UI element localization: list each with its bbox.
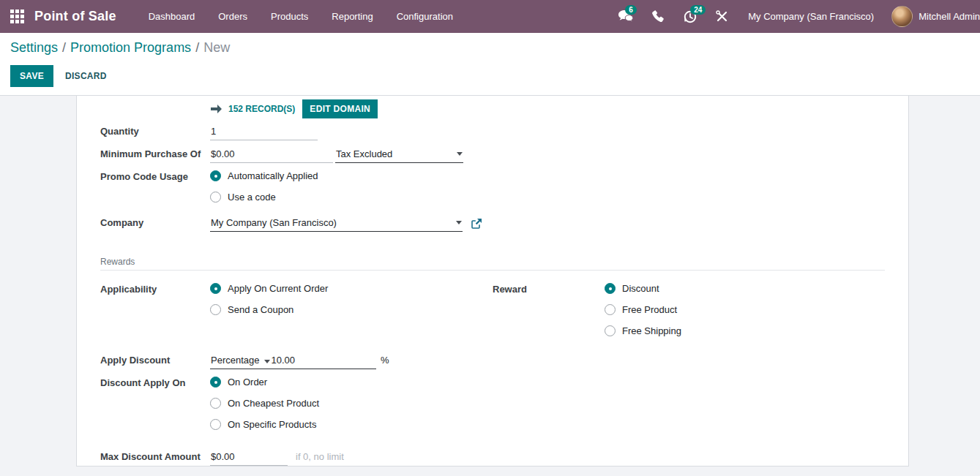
navbar-right: 6 24 My Company (San Francis (609, 0, 980, 33)
radio-on-specific-products[interactable]: On Specific Products (210, 418, 319, 431)
radio-free-product[interactable]: Free Product (605, 303, 681, 317)
phone-icon (652, 10, 665, 23)
applicability-reward-group: Applicability Apply On Current Order Sen… (100, 282, 885, 345)
radio-on-order[interactable]: On Order (210, 375, 319, 389)
apps-grid-icon (10, 10, 24, 23)
action-buttons: SAVE DISCARD (10, 65, 970, 87)
menu-dashboard[interactable]: Dashboard (137, 0, 207, 33)
quantity-label: Quantity (100, 124, 210, 137)
menu-reporting[interactable]: Reporting (320, 0, 384, 33)
radio-send-a-coupon[interactable]: Send a Coupon (210, 303, 328, 317)
max-discount-input[interactable]: $0.00 (210, 449, 288, 466)
activities-button[interactable]: 24 (674, 0, 706, 33)
radio-unchecked-icon[interactable] (605, 304, 616, 315)
max-discount-helper: if 0, no limit (296, 451, 344, 462)
promo-code-usage-radio-group: Automatically Applied Use a code (210, 169, 318, 211)
radio-automatically-applied[interactable]: Automatically Applied (210, 169, 318, 183)
apply-discount-label: Apply Discount (100, 352, 210, 366)
reward-radio-group: Discount Free Product Free Shipping (605, 282, 681, 345)
quantity-row: Quantity 1 (100, 124, 885, 140)
company-value: My Company (San Francisco) (211, 216, 337, 229)
max-discount-row: Max Discount Amount $0.00 if 0, no limit (100, 449, 885, 466)
breadcrumb-separator: / (62, 40, 66, 55)
radio-on-cheapest-product[interactable]: On Cheapest Product (210, 396, 319, 410)
phone-button[interactable] (643, 0, 674, 33)
radio-checked-icon[interactable] (210, 283, 221, 294)
app-title[interactable]: Point of Sale (34, 9, 116, 24)
records-count-label: 152 RECORD(S) (228, 104, 295, 114)
user-menu[interactable]: Mitchell Admin (887, 6, 980, 27)
section-divider (100, 270, 885, 271)
messages-button[interactable]: 6 (609, 0, 643, 33)
radio-unchecked-icon[interactable] (210, 419, 221, 430)
discount-apply-on-radio-group: On Order On Cheapest Product On Specific… (210, 375, 319, 439)
percent-suffix: % (381, 355, 389, 366)
reward-label: Reward (493, 282, 605, 295)
menu-orders[interactable]: Orders (206, 0, 259, 33)
top-navbar: Point of Sale Dashboard Orders Products … (0, 0, 980, 33)
applicability-radio-group: Apply On Current Order Send a Coupon (210, 282, 328, 324)
main-menu: Dashboard Orders Products Reporting Conf… (137, 0, 465, 33)
apply-discount-row: Apply Discount Percentage 10.00 % (100, 352, 885, 369)
tax-mode-select[interactable]: Tax Excluded (335, 146, 463, 163)
discount-apply-on-label: Discount Apply On (100, 375, 210, 388)
debug-tools-button[interactable] (706, 0, 738, 33)
apply-discount-input-group: Percentage 10.00 (210, 352, 376, 369)
max-discount-label: Max Discount Amount (100, 449, 210, 462)
discount-value-input[interactable]: 10.00 (272, 354, 296, 366)
user-avatar (891, 6, 913, 27)
records-count-link[interactable]: 152 RECORD(S) (211, 104, 295, 114)
apps-menu-button[interactable] (0, 10, 34, 23)
quantity-input[interactable]: 1 (210, 124, 318, 140)
company-switcher[interactable]: My Company (San Francisco) (738, 11, 887, 22)
rewards-section-title: Rewards (100, 257, 885, 270)
company-select[interactable]: My Company (San Francisco) (210, 215, 463, 232)
radio-use-a-code[interactable]: Use a code (210, 190, 318, 204)
radio-apply-on-current-order[interactable]: Apply On Current Order (210, 282, 328, 295)
domain-records-row: 152 RECORD(S) EDIT DOMAIN (211, 99, 885, 118)
promo-code-usage-row: Promo Code Usage Automatically Applied U… (100, 169, 885, 211)
radio-checked-icon[interactable] (210, 377, 221, 388)
radio-discount[interactable]: Discount (605, 282, 681, 295)
applicability-row: Applicability Apply On Current Order Sen… (100, 282, 493, 345)
tax-mode-value: Tax Excluded (336, 148, 392, 160)
discount-type-select[interactable]: Percentage (211, 354, 260, 366)
company-label: Company (100, 215, 210, 228)
arrow-right-icon (211, 105, 222, 113)
form-view-background: 152 RECORD(S) EDIT DOMAIN Quantity 1 Min… (0, 95, 980, 476)
radio-checked-icon[interactable] (210, 170, 221, 181)
breadcrumb-separator: / (195, 40, 199, 55)
radio-unchecked-icon[interactable] (210, 398, 221, 409)
discount-apply-on-row: Discount Apply On On Order On Cheapest P… (100, 375, 885, 439)
promo-code-usage-label: Promo Code Usage (100, 169, 210, 182)
promotion-program-form: 152 RECORD(S) EDIT DOMAIN Quantity 1 Min… (76, 96, 909, 466)
min-purchase-input[interactable]: $0.00 (210, 146, 333, 163)
rewards-section-separator: Rewards (100, 257, 885, 271)
applicability-label: Applicability (100, 282, 210, 295)
menu-configuration[interactable]: Configuration (385, 0, 465, 33)
radio-free-shipping[interactable]: Free Shipping (605, 324, 681, 338)
edit-domain-button[interactable]: EDIT DOMAIN (302, 99, 378, 118)
messages-badge: 6 (625, 5, 637, 15)
min-purchase-label: Minimum Purchase Of (100, 146, 210, 159)
radio-unchecked-icon[interactable] (605, 325, 616, 336)
radio-checked-icon[interactable] (605, 283, 616, 294)
external-link-icon[interactable] (471, 219, 482, 229)
reward-row: Reward Discount Free Product Free Shippi… (493, 282, 885, 345)
menu-products[interactable]: Products (259, 0, 320, 33)
chevron-down-icon (264, 360, 270, 363)
min-purchase-row: Minimum Purchase Of $0.00 Tax Excluded (100, 146, 885, 163)
breadcrumb-promotion-programs[interactable]: Promotion Programs (70, 40, 191, 55)
radio-unchecked-icon[interactable] (210, 192, 221, 203)
discard-button[interactable]: DISCARD (53, 65, 119, 87)
chevron-down-icon (456, 221, 462, 224)
radio-unchecked-icon[interactable] (210, 304, 221, 315)
tools-icon (716, 10, 728, 23)
save-button[interactable]: SAVE (10, 65, 53, 87)
company-row: Company My Company (San Francisco) (100, 215, 885, 232)
activities-badge: 24 (690, 5, 706, 15)
chevron-down-icon (457, 152, 463, 156)
breadcrumb-current: New (203, 40, 230, 55)
breadcrumb-settings[interactable]: Settings (10, 40, 58, 55)
breadcrumb: Settings/Promotion Programs/New (10, 40, 970, 56)
